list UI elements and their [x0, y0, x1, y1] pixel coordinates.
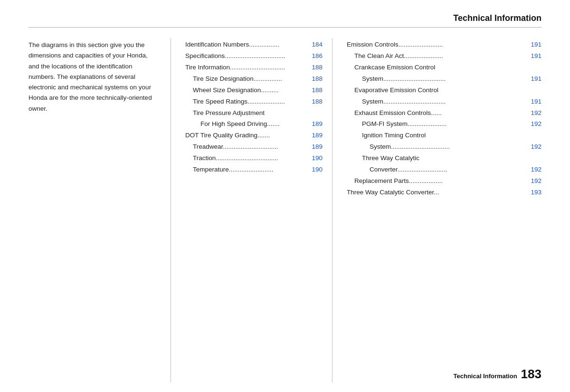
toc-page-number: 190 — [312, 165, 323, 175]
toc-label: System................................. — [347, 142, 450, 152]
intro-paragraph: The diagrams in this section give you th… — [28, 40, 156, 114]
toc-page-number: 192 — [531, 108, 542, 118]
page-header: Technical Information — [28, 0, 542, 28]
toc-page-number: 192 — [531, 176, 542, 186]
toc-page-number: 188 — [312, 97, 323, 107]
toc-item: Tire Size Designation................188 — [185, 74, 323, 84]
toc-item: Tire Pressure Adjustment — [185, 108, 323, 118]
toc-item: Temperature.........................190 — [185, 165, 323, 175]
toc-item: Tire Information........................… — [185, 63, 323, 73]
toc-label: For High Speed Driving....... — [185, 119, 280, 129]
toc-label: Exhaust Emission Controls...... — [347, 108, 442, 118]
toc-label: Traction................................… — [185, 153, 278, 163]
footer-page-number: 183 — [521, 367, 542, 382]
toc-item: System.................................1… — [347, 142, 542, 152]
toc-label: Ignition Timing Control — [347, 131, 426, 141]
toc-page-number: 188 — [312, 63, 323, 73]
toc-page-number: 191 — [531, 51, 542, 61]
toc-page-number: 192 — [531, 142, 542, 152]
content-area: The diagrams in this section give you th… — [28, 38, 542, 382]
toc-item: Tire Speed Ratings.....................1… — [185, 97, 323, 107]
toc-page-number: 190 — [312, 153, 323, 163]
toc-page-number: 191 — [531, 74, 542, 84]
toc-page-number: 188 — [312, 86, 323, 96]
toc-page-number: 189 — [312, 142, 323, 152]
toc-item: Specifications..........................… — [185, 51, 323, 61]
toc-page-number: 188 — [312, 74, 323, 84]
toc-page-number: 191 — [531, 97, 542, 107]
toc-item: Three Way Catalytic Converter...193 — [347, 188, 542, 198]
page-footer: Technical Information 183 — [454, 367, 542, 382]
toc-label: Temperature......................... — [185, 165, 274, 175]
toc-label: Three Way Catalytic — [347, 153, 419, 163]
toc-label: The Clean Air Act...................... — [347, 51, 443, 61]
toc-item: Converter............................192 — [347, 165, 542, 175]
toc-item: Emission Controls.......................… — [347, 40, 542, 50]
page-title: Technical Information — [453, 13, 542, 23]
toc-page-number: 191 — [531, 40, 542, 50]
toc-item: Wheel Size Designation..........188 — [185, 86, 323, 96]
toc-page-number: 192 — [531, 165, 542, 175]
toc-item: Evaporative Emission Control — [347, 86, 542, 96]
toc-label: Tire Information........................… — [185, 63, 285, 73]
toc-item: Ignition Timing Control — [347, 131, 542, 141]
toc-label: Wheel Size Designation.......... — [185, 86, 279, 96]
toc-item: Three Way Catalytic — [347, 153, 542, 163]
intro-column: The diagrams in this section give you th… — [28, 38, 171, 382]
toc-label: Tire Size Designation................ — [185, 74, 282, 84]
toc-page-number: 189 — [312, 131, 323, 141]
toc-item: Crankcase Emission Control — [347, 63, 542, 73]
toc-page-number: 193 — [531, 188, 542, 198]
toc-label: Converter............................ — [347, 165, 447, 175]
toc-item: Traction................................… — [185, 153, 323, 163]
toc-label: System..................................… — [347, 74, 446, 84]
toc-label: Three Way Catalytic Converter... — [347, 188, 439, 198]
toc-item: Exhaust Emission Controls......192 — [347, 108, 542, 118]
toc-label: Replacement Parts................... — [347, 176, 443, 186]
toc-label: Treadwear............................... — [185, 142, 278, 152]
toc-item: System..................................… — [347, 74, 542, 84]
page: Technical Information The diagrams in th… — [0, 0, 570, 392]
toc-label: System..................................… — [347, 97, 446, 107]
toc-label: Tire Pressure Adjustment — [185, 108, 265, 118]
toc-item: PGM-FI System......................192 — [347, 119, 542, 129]
toc-item: The Clean Air Act......................1… — [347, 51, 542, 61]
toc-label: Crankcase Emission Control — [347, 63, 435, 73]
toc-page-number: 192 — [531, 119, 542, 129]
toc-item: For High Speed Driving.......189 — [185, 119, 323, 129]
toc-label: Tire Speed Ratings..................... — [185, 97, 285, 107]
toc-column-right: Emission Controls.......................… — [332, 38, 542, 382]
toc-label: Identification Numbers................. — [185, 40, 279, 50]
toc-item: Treadwear...............................… — [185, 142, 323, 152]
toc-label: Evaporative Emission Control — [347, 86, 438, 96]
toc-page-number: 184 — [312, 40, 323, 50]
toc-item: Identification Numbers.................1… — [185, 40, 323, 50]
footer-label: Technical Information — [454, 373, 517, 380]
toc-label: DOT Tire Quality Grading....... — [185, 131, 270, 141]
toc-item: DOT Tire Quality Grading.......189 — [185, 131, 323, 141]
toc-page-number: 189 — [312, 119, 323, 129]
toc-item: System..................................… — [347, 97, 542, 107]
toc-page-number: 186 — [312, 51, 323, 61]
toc-column-middle: Identification Numbers.................1… — [171, 38, 332, 382]
toc-label: Specifications..........................… — [185, 51, 285, 61]
toc-label: PGM-FI System...................... — [347, 119, 447, 129]
toc-item: Replacement Parts...................192 — [347, 176, 542, 186]
toc-label: Emission Controls.......................… — [347, 40, 443, 50]
